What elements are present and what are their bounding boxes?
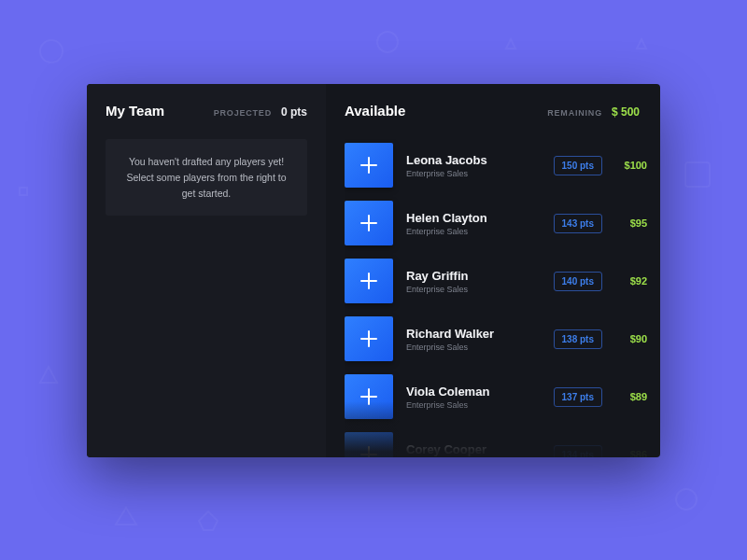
add-player-button[interactable] (345, 432, 393, 457)
player-meta: Leona JacobsEnterprise Sales (393, 153, 554, 178)
projected-label: PROJECTED (214, 108, 272, 118)
draft-card: My Team PROJECTED 0 pts You haven't draf… (87, 84, 660, 457)
available-player-list[interactable]: Leona JacobsEnterprise Sales150 pts$100H… (345, 139, 653, 457)
player-points-badge: 137 pts (554, 387, 602, 407)
player-role: Enterprise Sales (406, 343, 554, 352)
svg-point-6 (676, 489, 697, 510)
plus-icon (359, 155, 379, 175)
player-name: Richard Walker (406, 327, 554, 341)
player-meta: Ray GriffinEnterprise Sales (393, 269, 554, 294)
remaining-value: $ 500 (612, 105, 640, 119)
player-meta: Richard WalkerEnterprise Sales (393, 327, 554, 352)
player-cost: $90 (615, 333, 647, 344)
player-role: Enterprise Sales (406, 285, 554, 294)
player-name: Leona Jacobs (406, 153, 554, 167)
svg-marker-8 (637, 39, 646, 49)
svg-marker-7 (199, 511, 218, 530)
my-team-header: My Team PROJECTED 0 pts (106, 103, 307, 119)
player-meta: Corey CooperEnterprise Sales (393, 442, 554, 458)
plus-icon (359, 444, 379, 457)
player-points-badge: 140 pts (554, 272, 602, 291)
player-cost: $86 (615, 449, 647, 457)
my-team-pane: My Team PROJECTED 0 pts You haven't draf… (87, 84, 326, 457)
player-name: Ray Griffin (406, 269, 554, 283)
add-player-button[interactable] (345, 374, 393, 419)
player-row: Corey CooperEnterprise Sales134 pts$86 (345, 428, 647, 457)
svg-rect-2 (685, 162, 710, 187)
player-points-badge: 143 pts (554, 214, 602, 233)
svg-point-1 (377, 32, 398, 52)
svg-marker-4 (506, 39, 515, 49)
player-cost: $95 (615, 217, 647, 229)
player-row: Viola ColemanEnterprise Sales137 pts$89 (345, 371, 647, 423)
add-player-button[interactable] (345, 259, 393, 303)
player-role: Enterprise Sales (406, 400, 554, 410)
player-cost: $92 (615, 275, 647, 287)
empty-team-message: You haven't drafted any players yet! Sel… (119, 154, 294, 201)
player-meta: Viola ColemanEnterprise Sales (393, 385, 554, 410)
player-cost: $100 (615, 160, 647, 171)
available-header: Available REMAINING $ 500 (345, 103, 653, 119)
player-row: Leona JacobsEnterprise Sales150 pts$100 (345, 139, 647, 191)
add-player-button[interactable] (345, 143, 393, 188)
player-points-badge: 138 pts (554, 329, 602, 349)
player-name: Corey Cooper (406, 442, 554, 456)
projected-value: 0 pts (281, 105, 307, 119)
my-team-title: My Team (106, 103, 214, 119)
plus-icon (359, 386, 379, 407)
player-name: Helen Clayton (406, 211, 554, 225)
empty-team-message-box: You haven't drafted any players yet! Sel… (106, 139, 307, 216)
player-role: Enterprise Sales (406, 227, 554, 236)
add-player-button[interactable] (345, 201, 393, 245)
player-name: Viola Coleman (406, 385, 554, 399)
add-player-button[interactable] (345, 316, 393, 361)
plus-icon (359, 271, 379, 291)
player-points-badge: 134 pts (554, 445, 602, 458)
player-row: Ray GriffinEnterprise Sales140 pts$92 (345, 255, 647, 307)
player-row: Richard WalkerEnterprise Sales138 pts$90 (345, 313, 647, 365)
player-meta: Helen ClaytonEnterprise Sales (393, 211, 554, 236)
svg-rect-9 (20, 188, 27, 195)
svg-marker-3 (40, 367, 57, 383)
available-title: Available (345, 103, 547, 119)
plus-icon (359, 329, 379, 349)
svg-point-0 (40, 40, 63, 63)
remaining-label: REMAINING (547, 108, 602, 118)
player-row: Helen ClaytonEnterprise Sales143 pts$95 (345, 197, 647, 249)
player-role: Enterprise Sales (406, 169, 554, 178)
svg-marker-5 (116, 508, 136, 525)
player-points-badge: 150 pts (554, 156, 602, 175)
plus-icon (359, 213, 379, 233)
player-cost: $89 (615, 391, 647, 402)
available-pane: Available REMAINING $ 500 Leona JacobsEn… (326, 84, 660, 457)
